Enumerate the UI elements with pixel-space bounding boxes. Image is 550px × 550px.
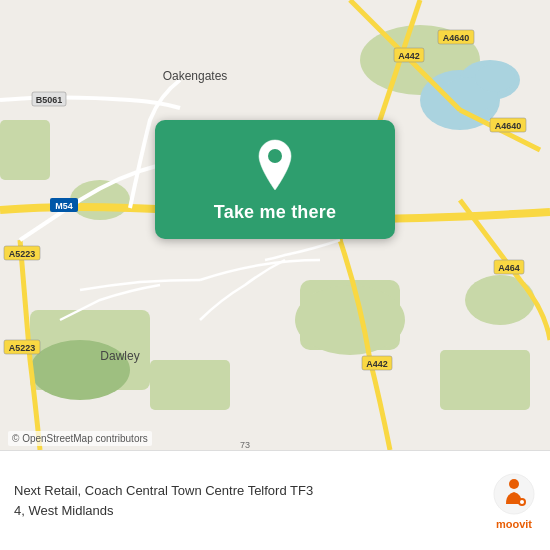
svg-rect-8 — [150, 360, 230, 410]
svg-point-25 — [268, 149, 282, 163]
road-label-a442-top: A442 — [398, 51, 420, 61]
road-label-a4640-top: A4640 — [443, 33, 470, 43]
moovit-icon — [492, 472, 536, 516]
address-line1: Next Retail, Coach Central Town Centre T… — [14, 481, 482, 501]
address-line2: 4, West Midlands — [14, 501, 482, 521]
road-label-a5223-bottom: A5223 — [9, 343, 36, 353]
svg-point-29 — [520, 500, 524, 504]
svg-point-5 — [295, 285, 405, 355]
road-label-b5061: B5061 — [36, 95, 63, 105]
svg-rect-10 — [0, 120, 50, 180]
road-label-a464: A464 — [498, 263, 520, 273]
road-label-a442-bottom: A442 — [366, 359, 388, 369]
cta-button[interactable]: Take me there — [155, 120, 395, 239]
cta-label: Take me there — [214, 202, 336, 223]
svg-rect-12 — [440, 350, 530, 410]
road-label-m54-left: M54 — [55, 201, 73, 211]
svg-point-27 — [509, 479, 519, 489]
map-container: M54 M54 A442 A442 A4640 A4640 A464 A5223 — [0, 0, 550, 550]
address-block: Next Retail, Coach Central Town Centre T… — [14, 481, 482, 520]
place-oakengates: Oakengates — [163, 69, 228, 83]
road-label-a5223-left: A5223 — [9, 249, 36, 259]
map-attribution: © OpenStreetMap contributors — [8, 431, 152, 446]
moovit-logo: moovit — [492, 472, 536, 530]
info-bar: Next Retail, Coach Central Town Centre T… — [0, 450, 550, 550]
road-label-a4640-mid: A4640 — [495, 121, 522, 131]
moovit-brand-text: moovit — [496, 518, 532, 530]
place-dawley: Dawley — [100, 349, 139, 363]
svg-point-14 — [475, 64, 515, 92]
road-number-73: 73 — [240, 440, 250, 450]
location-pin-icon — [253, 138, 297, 192]
